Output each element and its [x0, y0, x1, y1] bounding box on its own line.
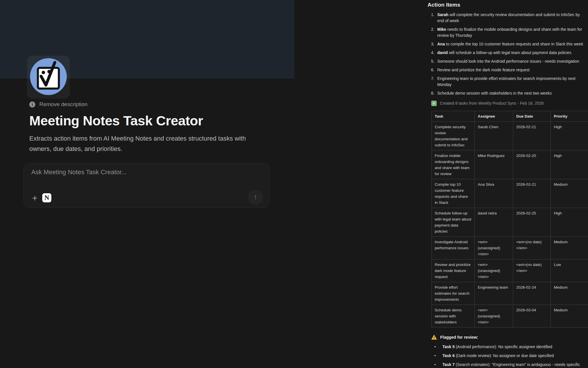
- table-cell: 2026-02-24: [513, 282, 551, 305]
- action-item-text: Schedule demo session with stakeholders …: [437, 90, 584, 96]
- action-item-number: 1.: [428, 12, 434, 24]
- attach-plus-button[interactable]: +: [30, 193, 40, 204]
- table-cell: <em>(unassigned)</em>: [475, 237, 513, 259]
- table-cell: Finalize mobile onboarding designs and s…: [432, 150, 475, 179]
- table-row: Schedule follow-up with legal team about…: [432, 208, 588, 237]
- table-cell: Medium: [551, 305, 588, 327]
- created-tasks-status: ✓ Created 8 tasks from Weekly Product Sy…: [431, 100, 588, 106]
- info-icon: i: [29, 101, 35, 108]
- action-item-number: 8.: [428, 90, 434, 96]
- flagged-heading: Flagged for review:: [440, 335, 478, 340]
- action-item: 3.Ana to compile the top 10 customer fea…: [428, 41, 588, 47]
- meeting-notes-check-icon: [29, 57, 67, 97]
- table-cell: david neira: [475, 208, 513, 237]
- notion-agent-page: i Remove description Meeting Notes Task …: [0, 0, 588, 368]
- table-cell: Schedule demo session with stakeholders: [432, 305, 475, 327]
- table-cell: High: [551, 150, 588, 179]
- column-header-assignee: Assignee: [475, 111, 513, 122]
- column-header-priority: Priority: [551, 111, 588, 122]
- ask-input-placeholder: Ask Meeting Notes Task Creator...: [31, 168, 127, 176]
- table-cell: Medium: [551, 237, 588, 259]
- action-item: 2.Mike needs to finalize the mobile onbo…: [428, 26, 588, 39]
- flagged-section: Flagged for review: •Task 5 (Android per…: [428, 334, 588, 368]
- table-cell: Low: [551, 259, 588, 282]
- table-row: Compile top 10 customer feature requests…: [432, 179, 588, 208]
- remove-description-button[interactable]: i Remove description: [29, 101, 88, 108]
- table-cell: Investigate Android performance issues: [432, 237, 475, 259]
- action-item-number: 4.: [428, 50, 434, 56]
- table-row: Provide effort estimates for search impr…: [432, 282, 588, 305]
- flagged-item: •Task 7 (Search estimates): "Engineering…: [428, 362, 588, 368]
- flagged-item: •Task 5 (Android performance): No specif…: [428, 344, 588, 350]
- action-item-text: Ana to compile the top 10 customer featu…: [437, 41, 584, 47]
- tasks-table: TaskAssigneeDue DatePriority Complete se…: [431, 111, 588, 328]
- flagged-item: •Task 6 (Dark mode review): No assignee …: [428, 353, 588, 359]
- table-row: Review and prioritize dark mode feature …: [432, 259, 588, 282]
- warning-icon: [431, 334, 437, 340]
- table-cell: <em>(no date)</em>: [513, 237, 551, 259]
- action-items-panel: Action Items 1.Sarah will complete the s…: [428, 2, 588, 368]
- action-item: 4.david will schedule a follow-up with l…: [428, 50, 588, 56]
- table-cell: Compile top 10 customer feature requests…: [432, 179, 475, 208]
- table-cell: Medium: [551, 179, 588, 208]
- flagged-list: •Task 5 (Android performance): No specif…: [428, 344, 588, 368]
- notion-icon: N: [45, 194, 49, 202]
- notion-scope-button[interactable]: N: [42, 193, 52, 203]
- table-cell: 2026-02-21: [513, 179, 551, 208]
- flagged-task-ref: Task 5: [442, 344, 455, 349]
- action-item-text: Sarah will complete the security review …: [437, 12, 584, 24]
- table-row: Schedule demo session with stakeholders<…: [432, 305, 588, 327]
- action-item-owner: david: [437, 50, 448, 55]
- table-cell: Medium: [551, 282, 588, 305]
- table-cell: Complete security review documentation a…: [432, 122, 475, 150]
- table-cell: 2026-03-04: [513, 305, 551, 327]
- table-cell: 2026-02-25: [513, 208, 551, 237]
- action-item: 5.Someone should look into the Android p…: [428, 58, 588, 64]
- action-item-text: Someone should look into the Android per…: [437, 58, 584, 64]
- action-item-number: 6.: [428, 67, 434, 73]
- action-item-text: Mike needs to finalize the mobile onboar…: [437, 26, 584, 39]
- flagged-task-ref: Task 7: [442, 362, 455, 367]
- table-cell: Review and prioritize dark mode feature …: [432, 259, 475, 282]
- page-icon-button[interactable]: [27, 56, 70, 99]
- flagged-task-ref: Task 6: [442, 353, 455, 358]
- column-header-due-date: Due Date: [513, 111, 551, 122]
- flagged-item-text: Task 7 (Search estimates): "Engineering …: [442, 362, 581, 368]
- action-item-owner: Ana: [437, 42, 445, 46]
- action-item-number: 2.: [428, 26, 434, 39]
- table-cell: Engineering team: [475, 282, 513, 305]
- action-item-number: 7.: [428, 76, 434, 88]
- action-item: 1.Sarah will complete the security revie…: [428, 12, 588, 24]
- green-check-icon: ✓: [431, 101, 437, 106]
- page-description[interactable]: Extracts action items from AI Meeting No…: [29, 133, 259, 154]
- action-item-text: Review and prioritize the dark mode feat…: [437, 67, 584, 73]
- send-button[interactable]: ↑: [248, 190, 263, 205]
- action-item-text: Engineering team to provide effort estim…: [437, 76, 584, 88]
- action-item-owner: Mike: [437, 27, 446, 32]
- action-item-number: 5.: [428, 58, 434, 64]
- table-cell: Ana Silva: [475, 179, 513, 208]
- created-tasks-text: Created 8 tasks from Weekly Product Sync…: [440, 100, 544, 106]
- action-item: 6.Review and prioritize the dark mode fe…: [428, 67, 588, 73]
- table-cell: 2026-02-21: [513, 122, 551, 150]
- bullet-icon: •: [434, 362, 438, 368]
- action-item: 8.Schedule demo session with stakeholder…: [428, 90, 588, 96]
- remove-description-label: Remove description: [39, 101, 88, 108]
- action-items-list: 1.Sarah will complete the security revie…: [428, 12, 588, 96]
- table-cell: <em>(unassigned)</em>: [475, 259, 513, 282]
- ask-input-box[interactable]: Ask Meeting Notes Task Creator... + N ↑: [24, 163, 270, 208]
- table-cell: 2026-02-20: [513, 150, 551, 179]
- table-cell: High: [551, 208, 588, 237]
- table-cell: Mike Rodriguez: [475, 150, 513, 179]
- action-item-number: 3.: [428, 41, 434, 47]
- bullet-icon: •: [434, 344, 438, 350]
- action-item-owner: Sarah: [437, 12, 448, 17]
- table-row: Complete security review documentation a…: [432, 122, 588, 150]
- flagged-item-text: Task 5 (Android performance): No specifi…: [442, 344, 581, 350]
- page-title[interactable]: Meeting Notes Task Creator: [29, 113, 203, 129]
- table-cell: Sarah Chen: [475, 122, 513, 150]
- flagged-item-text: Task 6 (Dark mode review): No assignee o…: [442, 353, 581, 359]
- table-cell: High: [551, 122, 588, 150]
- action-item-text: david will schedule a follow-up with leg…: [437, 50, 584, 56]
- bullet-icon: •: [434, 353, 438, 359]
